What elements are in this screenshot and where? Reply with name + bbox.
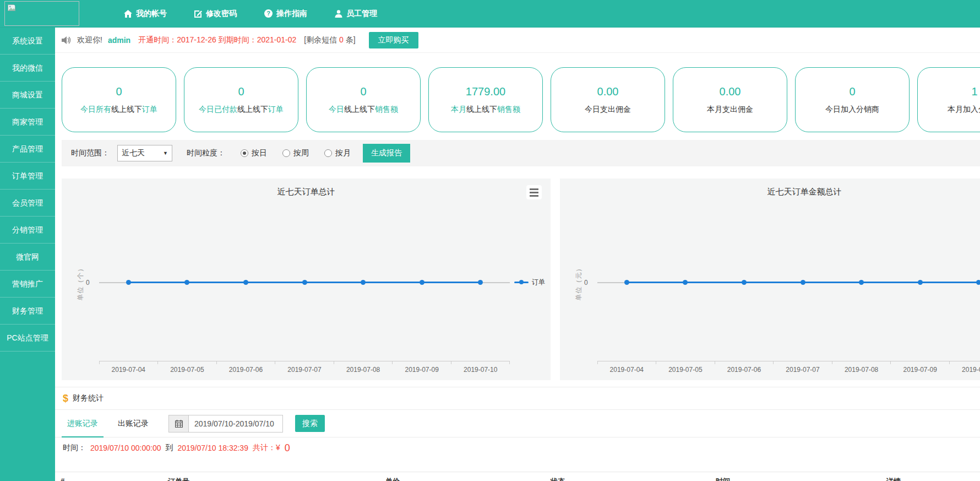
nav-staff[interactable]: 员工管理 [335,9,377,19]
data-point [243,280,248,285]
total-value: 0 [285,442,290,454]
finance-tabs-row: 进账记录 出账记录 搜索 [55,410,980,437]
sidebar-item-pc-site[interactable]: PC站点管理 [0,325,55,352]
broken-image-icon [8,4,17,12]
col-order-no: 订单号 [168,477,189,481]
chart-menu-icon[interactable] [526,185,542,199]
stat-label: 本月加入分销商 [948,105,980,115]
stat-card-today-paid-orders: 0 今日已付款线上线下订单 [184,67,298,132]
date-range-input[interactable] [188,415,283,433]
finance-section-header: $ 财务统计 [55,387,980,410]
sidebar-item-finance[interactable]: 财务管理 [0,298,55,325]
sidebar-item-merchant[interactable]: 商家管理 [0,109,55,136]
finance-section-title: 财务统计 [73,393,104,403]
time-range-label: 时间范围： [71,148,110,158]
home-icon [124,10,132,18]
radio-by-day[interactable]: 按日 [241,148,267,158]
time-end: 2019/07/10 18:32:39 [177,444,248,452]
nav-label: 员工管理 [346,9,377,19]
col-price: 单价 [385,477,400,481]
stat-value: 0 [360,85,366,98]
account-validity: 开通时间：2017-12-26 到期时间：2021-01-02 [138,35,296,45]
x-axis [99,361,510,364]
total-label: 共计：¥ [253,443,280,453]
data-point [184,280,189,285]
sidebar-item-order[interactable]: 订单管理 [0,163,55,190]
stat-value: 0 [238,85,244,98]
generate-report-button[interactable]: 生成报告 [363,144,410,163]
stat-value: 0.00 [720,85,741,98]
edit-icon [194,10,202,18]
stat-card-today-distributors: 0 今日加入分销商 [795,67,910,132]
chart-orders-panel: 近七天订单总计 单位（个） 0 2019-07-04 [62,179,551,380]
data-point [302,280,307,285]
stat-card-month-distributors: 1 本月加入分销商 [917,67,980,132]
stat-label: 今日支出佣金 [585,105,631,115]
tab-outgoing-records[interactable]: 出账记录 [112,410,154,437]
granularity-label: 时间粒度： [187,148,225,158]
sms-count: 0 [339,35,344,44]
report-filter-bar: 时间范围： 近七天 ▼ 时间粒度： 按日 按周 按月 生成 [62,140,980,166]
stat-cards-row: 0 今日所有线上线下订单 0 今日已付款线上线下订单 0 今日线上线下销售额 1… [62,67,980,132]
sms-remaining: [剩余短信 0 条] [304,35,355,45]
stat-value: 0.00 [597,85,619,98]
stat-card-today-commission: 0.00 今日支出佣金 [551,67,665,132]
radio-by-month[interactable]: 按月 [324,148,351,158]
stat-label: 今日线上线下销售额 [329,105,398,115]
nav-label: 我的帐号 [136,9,167,19]
data-point [361,280,366,285]
welcome-bar: 欢迎你! admin 开通时间：2017-12-26 到期时间：2021-01-… [55,28,980,53]
sidebar-item-system[interactable]: 系统设置 [0,28,55,55]
col-index: # [61,477,64,481]
legend-marker-icon [514,282,529,283]
y-axis-label: 单位（个） [76,265,85,301]
data-point [976,280,980,285]
data-point [859,280,864,285]
sidebar-item-mall[interactable]: 商城设置 [0,82,55,109]
stat-value: 0 [116,85,122,98]
data-point [742,280,747,285]
data-point [801,280,805,285]
sidebar-item-product[interactable]: 产品管理 [0,136,55,163]
sidebar-item-wechat[interactable]: 我的微信 [0,55,55,82]
help-icon: ? [264,9,273,18]
stat-value: 1 [971,85,977,98]
time-label: 时间： [63,443,86,453]
nav-change-password[interactable]: 修改密码 [194,9,237,19]
time-range-selected: 近七天 [122,148,145,158]
col-time: 时间 [716,477,730,481]
search-button[interactable]: 搜索 [295,415,325,432]
radio-checked-icon [241,149,248,157]
col-detail: 详情 [886,477,901,481]
stat-label: 今日已付款线上线下订单 [199,105,284,115]
nav-guide[interactable]: ? 操作指南 [264,9,307,19]
date-range-group [168,415,283,433]
calendar-addon[interactable] [168,415,188,433]
sidebar: 系统设置 我的微信 商城设置 商家管理 产品管理 订单管理 会员管理 分销管理 … [0,28,55,481]
sidebar-item-distribution[interactable]: 分销管理 [0,217,55,244]
radio-by-week[interactable]: 按周 [282,148,309,158]
stat-card-today-sales: 0 今日线上线下销售额 [306,67,421,132]
top-navigation: 我的帐号 修改密码 ? 操作指南 员工管理 [124,9,377,19]
x-axis-labels: 2019-07-04 2019-07-05 2019-07-06 2019-07… [597,366,980,374]
legend-orders[interactable]: 订单 [514,278,545,287]
data-point [683,280,688,285]
data-point [126,280,131,285]
chart-amount-panel: 近七天订单金额总计 单位（元） 0 2019-07-04 2019-0 [560,179,980,380]
main-content: 欢迎你! admin 开通时间：2017-12-26 到期时间：2021-01-… [55,28,980,481]
sidebar-item-member[interactable]: 会员管理 [0,190,55,217]
stat-card-month-sales: 1779.00 本月线上线下销售额 [428,67,543,132]
x-axis [597,361,980,364]
data-point [420,280,424,285]
time-range-select[interactable]: 近七天 ▼ [117,145,172,161]
x-axis-labels: 2019-07-04 2019-07-05 2019-07-06 2019-07… [99,366,510,374]
sidebar-item-microsite[interactable]: 微官网 [0,244,55,271]
legend-label: 订单 [532,278,545,287]
chart-title: 近七天订单总计 [62,187,551,197]
nav-my-account[interactable]: 我的帐号 [124,9,167,19]
tab-income-records[interactable]: 进账记录 [62,410,104,437]
buy-now-button[interactable]: 立即购买 [369,32,418,48]
sidebar-item-marketing[interactable]: 营销推广 [0,271,55,298]
volume-icon [62,36,72,45]
stat-value: 0 [849,85,855,98]
